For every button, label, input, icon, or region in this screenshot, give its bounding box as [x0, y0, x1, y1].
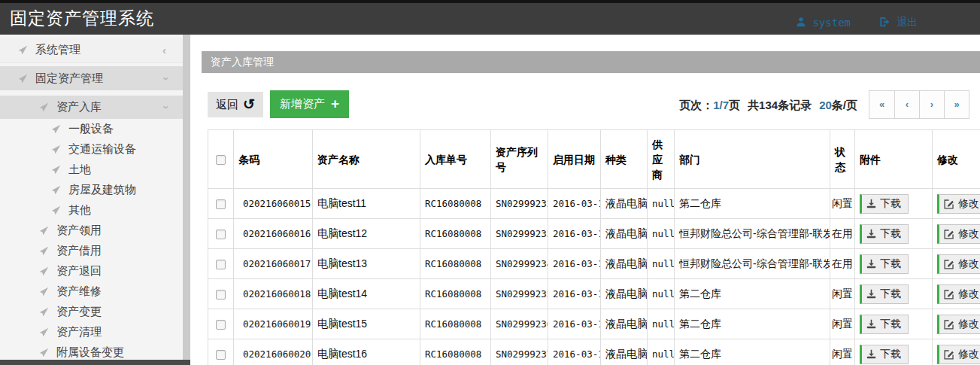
paper-plane-icon [39, 307, 49, 317]
cell-department: 第二仓库 [675, 309, 830, 339]
sidebar-item[interactable]: 固定资产管理‹ [0, 66, 183, 90]
cell-asset-name: 电脑test12 [313, 219, 420, 249]
cell-asset-name: 电脑test15 [313, 309, 420, 339]
prev-page-button[interactable]: ‹ [894, 91, 919, 118]
user-icon [796, 17, 806, 29]
cell-status: 在用 [830, 219, 855, 249]
add-asset-button[interactable]: 新增资产 + [270, 90, 349, 118]
sidebar-item[interactable]: 资产维修 [0, 281, 183, 302]
table-body: 020216060015电脑test11RC16080008SN02999232… [208, 189, 980, 365]
user-menu[interactable]: system [796, 17, 851, 29]
cell-department: 第二仓库 [675, 339, 830, 365]
edit-icon [944, 289, 954, 300]
cell-order-number: RC16080008 [420, 309, 491, 339]
edit-icon [944, 319, 954, 330]
sidebar-item[interactable]: 系统管理‹ [0, 38, 183, 63]
cell-status: 闲置 [830, 339, 855, 365]
download-button[interactable]: 下载 [860, 194, 909, 214]
edit-button[interactable]: 修改 [937, 224, 980, 244]
row-checkbox[interactable] [216, 290, 226, 300]
cell-asset-name: 电脑test13 [313, 249, 420, 279]
cell-order-number: RC16080008 [420, 339, 491, 365]
next-page-button[interactable]: › [919, 91, 944, 118]
download-button[interactable]: 下载 [860, 284, 909, 304]
row-checkbox[interactable] [216, 260, 226, 269]
cell-serial-number: SN02999234 [491, 249, 548, 279]
last-page-button[interactable]: » [944, 91, 969, 118]
edit-button[interactable]: 修改 [937, 254, 980, 274]
cell-supplier: null [648, 219, 675, 249]
sidebar-item[interactable]: 资产清理 [0, 322, 183, 342]
cell-barcode: 020216060019 [234, 309, 313, 339]
asset-table-wrapper: 条码资产名称入库单号资产序列号启用日期种类供应商部门状态附件修改 0202160… [208, 129, 980, 365]
download-button[interactable]: 下载 [860, 254, 909, 274]
row-checkbox[interactable] [216, 320, 226, 330]
cell-start-date: 2016-03-14 [548, 309, 601, 339]
sidebar-item[interactable]: 资产退回 [0, 261, 183, 281]
sidebar-item[interactable]: 土地 [0, 160, 183, 180]
download-button-label: 下载 [880, 348, 901, 361]
cell-modify: 修改 [933, 279, 980, 309]
download-button[interactable]: 下载 [860, 315, 909, 334]
row-checkbox[interactable] [216, 230, 226, 239]
sidebar-item-label: 资产领用 [56, 224, 102, 238]
download-button[interactable]: 下载 [860, 345, 909, 364]
cell-select [208, 249, 234, 279]
sidebar-item-label: 房屋及建筑物 [68, 183, 136, 197]
paper-plane-icon [51, 144, 61, 154]
logout-button[interactable]: 退出 [879, 16, 918, 29]
row-checkbox[interactable] [216, 199, 226, 209]
cell-modify: 修改 [933, 219, 980, 249]
paper-plane-icon [39, 266, 49, 276]
download-button[interactable]: 下载 [860, 224, 909, 244]
sidebar-item[interactable]: 房屋及建筑物 [0, 180, 183, 200]
current-page: 1/7 [713, 99, 729, 111]
edit-button-label: 修改 [958, 227, 979, 241]
sidebar-item[interactable]: 其他 [0, 200, 183, 221]
edit-button-label: 修改 [958, 348, 979, 361]
edit-button[interactable]: 修改 [937, 194, 980, 214]
sidebar: 系统管理‹固定资产管理‹资产入库‹一般设备交通运输设备土地房屋及建筑物其他资产领… [0, 35, 183, 365]
download-button-label: 下载 [880, 227, 901, 241]
sidebar-item[interactable]: 资产借用 [0, 241, 183, 261]
cell-serial-number: SN02999233 [491, 219, 548, 249]
column-header: 种类 [601, 130, 648, 189]
table-row: 020216060018电脑test14RC16080008SN02999235… [208, 279, 980, 309]
sidebar-scrollbar[interactable] [183, 35, 190, 365]
download-button-label: 下载 [880, 287, 901, 301]
edit-button[interactable]: 修改 [937, 315, 980, 334]
cell-asset-name: 电脑test14 [313, 279, 420, 309]
cell-start-date: 2016-03-12 [548, 249, 601, 279]
download-icon [866, 319, 876, 329]
paper-plane-icon [18, 45, 28, 55]
edit-button-label: 修改 [958, 318, 979, 331]
sidebar-item[interactable]: 资产变更 [0, 302, 183, 322]
column-header: 部门 [675, 130, 830, 189]
sidebar-item-label: 一般设备 [68, 122, 114, 136]
sidebar-item[interactable]: 交通运输设备 [0, 139, 183, 160]
cell-select [208, 339, 234, 365]
sidebar-item[interactable]: 资产领用 [0, 221, 183, 241]
cell-attachment: 下载 [855, 249, 933, 279]
edit-button[interactable]: 修改 [937, 345, 980, 364]
back-button[interactable]: 返回 ↺ [208, 92, 263, 117]
back-button-label: 返回 [216, 98, 238, 112]
select-all-checkbox[interactable] [216, 155, 226, 165]
chevron-left-icon: ‹ [162, 44, 166, 56]
cell-attachment: 下载 [855, 219, 933, 249]
cell-category: 液晶电脑 [601, 309, 648, 339]
first-page-button[interactable]: « [869, 91, 894, 118]
row-checkbox[interactable] [216, 350, 226, 360]
column-header: 入库单号 [420, 130, 491, 189]
sidebar-item[interactable]: 资产入库‹ [0, 96, 183, 119]
edit-button[interactable]: 修改 [937, 284, 980, 304]
total-records: 134 [759, 99, 778, 111]
cell-status: 闲置 [830, 309, 855, 339]
edit-icon [944, 199, 954, 209]
sidebar-item[interactable]: 一般设备 [0, 119, 183, 139]
table-row: 020216060017电脑test13RC16080008SN02999234… [208, 249, 980, 279]
cell-department: 恒邦财险总公司-综合管理部-联发广场 [675, 249, 830, 279]
column-header: 资产名称 [313, 130, 420, 189]
cell-order-number: RC16080008 [420, 279, 491, 309]
pagination: 页次：1/7页共134条记录20条/页 «‹›» [679, 90, 969, 119]
